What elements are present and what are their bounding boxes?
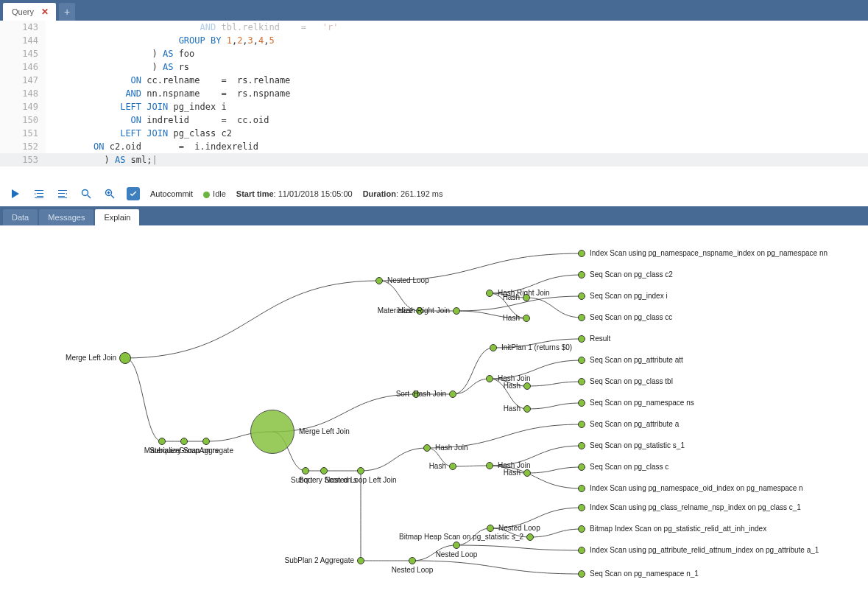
- editor-line[interactable]: 152 ON c2.oid = i.indexrelid: [0, 140, 868, 153]
- plan-node[interactable]: [357, 557, 364, 564]
- line-number: 147: [0, 74, 46, 87]
- code-text[interactable]: ON cc.relname = rs.relname: [46, 74, 868, 87]
- plan-node-label: Nested Loop: [387, 276, 429, 284]
- close-icon[interactable]: ✕: [41, 7, 49, 17]
- code-text[interactable]: ) AS foo: [46, 47, 868, 60]
- plan-node[interactable]: [578, 570, 585, 578]
- code-text[interactable]: AND nn.nspname = rs.nspname: [46, 87, 868, 100]
- plan-node[interactable]: [486, 375, 493, 382]
- plan-node[interactable]: [375, 277, 383, 284]
- indent-button[interactable]: [56, 187, 69, 200]
- plan-node-label: Seq Scan on pg_namespace ns: [590, 399, 694, 407]
- plan-node[interactable]: [180, 438, 188, 445]
- code-text[interactable]: GROUP BY 1,2,3,4,5: [46, 34, 868, 47]
- code-text[interactable]: LEFT JOIN pg_index i: [46, 100, 868, 113]
- plan-node-label: Hash: [504, 382, 521, 390]
- plan-node[interactable]: [453, 542, 460, 549]
- plan-node[interactable]: [523, 382, 531, 390]
- plan-node[interactable]: [202, 438, 210, 445]
- plan-node[interactable]: [578, 293, 585, 300]
- code-text[interactable]: ) AS sml;|: [46, 153, 868, 167]
- tab-data[interactable]: Data: [3, 209, 38, 225]
- code-text[interactable]: ) AS rs: [46, 60, 868, 74]
- plan-node[interactable]: [578, 378, 585, 385]
- line-number: 145: [0, 47, 46, 60]
- results-tab-bar: Data Messages Explain: [0, 206, 868, 225]
- autocommit-toggle[interactable]: [127, 187, 140, 200]
- toolbar: Autocommit Idle Start time: 11/01/2018 1…: [0, 181, 868, 206]
- plan-node[interactable]: [158, 438, 166, 445]
- editor-line[interactable]: 146 ) AS rs: [0, 60, 868, 74]
- plan-node[interactable]: [250, 410, 294, 454]
- plan-node-label: Nested Loop Left Join: [325, 476, 396, 484]
- editor-line[interactable]: 150 ON indrelid = cc.oid: [0, 113, 868, 127]
- tab-messages[interactable]: Messages: [39, 209, 93, 225]
- zoom-icon[interactable]: [103, 187, 116, 200]
- plan-node[interactable]: [523, 405, 531, 413]
- explain-graph[interactable]: Merge Left JoinNested LoopMaterializeInd…: [0, 225, 868, 612]
- editor-line[interactable]: 147 ON cc.relname = rs.relname: [0, 74, 868, 87]
- line-number: 151: [0, 127, 46, 140]
- editor-line[interactable]: 144 GROUP BY 1,2,3,4,5: [0, 34, 868, 47]
- outdent-button[interactable]: [32, 187, 46, 200]
- editor-line[interactable]: 149 LEFT JOIN pg_index i: [0, 100, 868, 113]
- plan-node[interactable]: [578, 547, 585, 554]
- code-text[interactable]: ON indrelid = cc.oid: [46, 113, 868, 127]
- plan-node[interactable]: [449, 390, 456, 398]
- editor-line[interactable]: 148 AND nn.nspname = rs.nspname: [0, 87, 868, 100]
- plan-node[interactable]: [578, 525, 585, 533]
- editor-line[interactable]: 145 ) AS foo: [0, 47, 868, 60]
- plan-node-label: GroupAggregate: [179, 446, 233, 455]
- plan-node[interactable]: [486, 290, 493, 297]
- plan-node[interactable]: [320, 467, 328, 474]
- plan-node[interactable]: [578, 271, 585, 279]
- plan-node-label: Merge Left Join: [299, 427, 350, 435]
- code-text[interactable]: AND tbl.relkind = 'r': [46, 21, 868, 34]
- plan-node[interactable]: [578, 485, 585, 492]
- search-icon[interactable]: [80, 187, 93, 200]
- plan-node[interactable]: [578, 442, 585, 449]
- plan-node[interactable]: [578, 399, 585, 407]
- plan-node[interactable]: [302, 467, 309, 474]
- plan-node[interactable]: [523, 469, 531, 477]
- plan-node[interactable]: [526, 533, 534, 541]
- plan-node[interactable]: [490, 344, 497, 351]
- plan-node[interactable]: [578, 314, 585, 321]
- plan-node[interactable]: [486, 462, 493, 469]
- plan-node[interactable]: [449, 463, 456, 470]
- plan-node-label: Seq Scan on pg_class c: [590, 463, 668, 471]
- plan-node[interactable]: [523, 315, 530, 322]
- code-text[interactable]: ON c2.oid = i.indexrelid: [46, 140, 868, 153]
- plan-node[interactable]: [453, 307, 460, 315]
- plan-node-label: Seq Scan on pg_class tbl: [590, 377, 673, 385]
- plan-node[interactable]: [578, 357, 585, 364]
- code-text[interactable]: LEFT JOIN pg_class c2: [46, 127, 868, 140]
- plan-node-label: Seq Scan on pg_attribute att: [590, 356, 683, 364]
- plan-node[interactable]: [523, 294, 530, 301]
- line-number: 143: [0, 21, 46, 34]
- plan-node[interactable]: [578, 463, 585, 471]
- run-button[interactable]: [9, 187, 22, 200]
- duration-value: 261.192 ms: [401, 189, 442, 198]
- start-time-label: Start time: [236, 189, 274, 198]
- plan-node[interactable]: [578, 250, 585, 257]
- tab-explain[interactable]: Explain: [95, 209, 139, 225]
- plan-node[interactable]: [487, 525, 494, 532]
- tab-query[interactable]: Query ✕: [3, 3, 56, 21]
- plan-node-label: Seq Scan on pg_attribute a: [590, 420, 679, 428]
- tab-add-button[interactable]: +: [59, 3, 75, 21]
- plan-node-label: Result: [590, 334, 610, 343]
- plan-node[interactable]: [578, 421, 585, 428]
- plan-node[interactable]: [357, 467, 364, 474]
- plan-node[interactable]: [578, 504, 585, 511]
- editor-line[interactable]: 151 LEFT JOIN pg_class c2: [0, 127, 868, 140]
- editor-line[interactable]: 153 ) AS sml;|: [0, 153, 868, 167]
- plan-node[interactable]: [423, 444, 431, 452]
- plan-node[interactable]: [409, 557, 416, 564]
- plan-node-label: Index Scan using pg_attribute_relid_attn…: [590, 546, 819, 554]
- sql-editor[interactable]: 143 AND tbl.relkind = 'r'144 GROUP BY 1,…: [0, 21, 868, 181]
- plan-node[interactable]: [578, 335, 585, 343]
- plan-node-label: Index Scan using pg_class_relname_nsp_in…: [590, 503, 801, 511]
- editor-line[interactable]: 143 AND tbl.relkind = 'r': [0, 21, 868, 34]
- plan-node[interactable]: [119, 352, 131, 364]
